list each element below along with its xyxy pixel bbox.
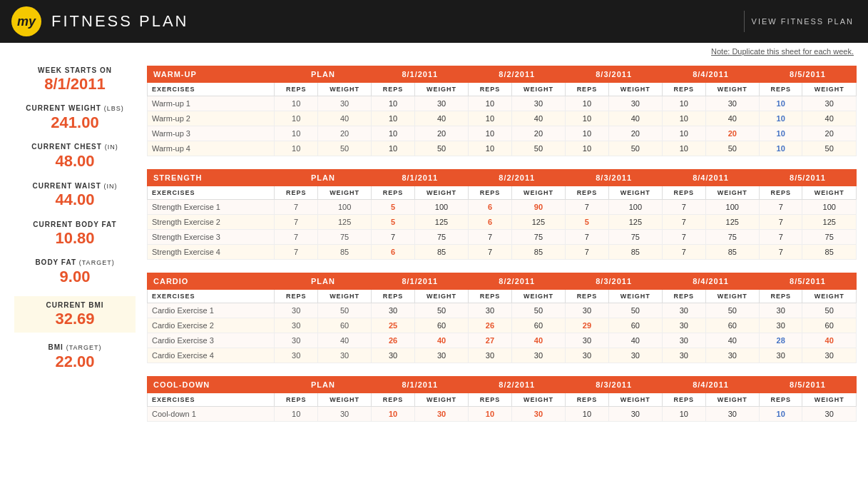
section-plan-header-cooldown: PLAN (275, 377, 372, 393)
app-header: my FITNESS PLAN VIEW FITNESS PLAN (0, 0, 868, 43)
day-reps: 30 (469, 348, 511, 363)
plan-reps: 30 (275, 318, 317, 333)
section-date-cardio: 8/3/2011 (566, 273, 663, 290)
col-header-weight: WEIGHT (414, 83, 469, 96)
col-header-reps: REPS (566, 83, 608, 96)
section-date-cardio: 8/1/2011 (372, 273, 469, 290)
day-reps: 10 (372, 96, 414, 111)
exercise-name: Cardio Exercise 2 (148, 318, 275, 333)
col-header-weight: WEIGHT (802, 290, 857, 303)
day-reps: 7 (566, 230, 608, 245)
day-weight: 40 (511, 333, 566, 348)
plan-weight: 30 (317, 407, 372, 422)
section-date-cooldown: 8/4/2011 (663, 377, 760, 393)
plan-reps: 7 (275, 245, 317, 260)
day-reps: 10 (469, 111, 511, 126)
section-date-warmup: 8/1/2011 (372, 66, 469, 83)
plan-weight: 50 (317, 141, 372, 156)
exercise-name: Cardio Exercise 4 (148, 348, 275, 363)
week-starts-stat: WEEK STARTS ON 8/1/2011 (14, 66, 136, 93)
bodyfat-target-label: BODY FAT (TARGET) (14, 258, 136, 268)
current-chest-stat: CURRENT CHEST (IN) 48.00 (14, 142, 136, 171)
day-reps: 30 (566, 333, 608, 348)
section-date-cooldown: 8/1/2011 (372, 377, 469, 393)
day-weight: 50 (802, 303, 857, 318)
col-header-weight: WEIGHT (608, 186, 663, 200)
day-weight: 100 (414, 200, 469, 215)
day-weight: 60 (414, 318, 469, 333)
section-title-warmup: WARM-UP (148, 66, 275, 83)
day-weight: 30 (511, 348, 566, 363)
day-reps: 10 (372, 111, 414, 126)
day-weight: 20 (608, 126, 663, 141)
col-header-plan-reps: REPS (275, 186, 317, 200)
day-reps: 10 (760, 111, 802, 126)
day-weight: 125 (414, 215, 469, 230)
table-row: Cardio Exercise 230602560266029603060306… (148, 318, 857, 333)
day-reps: 30 (469, 303, 511, 318)
bodyfat-target-value: 9.00 (14, 268, 136, 286)
current-weight-stat: CURRENT WEIGHT (LBS) 241.00 (14, 103, 136, 132)
day-weight: 75 (511, 230, 566, 245)
day-reps: 30 (663, 348, 705, 363)
week-starts-value: 8/1/2011 (14, 75, 136, 93)
day-weight: 20 (511, 126, 566, 141)
plan-reps: 10 (275, 111, 317, 126)
duplicate-link[interactable]: Duplicate this sheet for each week. (732, 47, 854, 56)
section-plan-header-warmup: PLAN (275, 66, 372, 83)
table-row: Cardio Exercise 330402640274030403040284… (148, 333, 857, 348)
exercise-name: Warm-up 1 (148, 96, 275, 111)
col-header-reps: REPS (566, 186, 608, 200)
table-row: Warm-up 2104010401040104010401040 (148, 111, 857, 126)
exercise-name: Strength Exercise 1 (148, 200, 275, 215)
day-reps: 10 (566, 111, 608, 126)
current-bodyfat-label: CURRENT BODY FAT (14, 220, 136, 229)
day-reps: 10 (566, 407, 608, 422)
col-header-plan-reps: REPS (275, 393, 317, 407)
logo: my (11, 6, 41, 36)
plan-weight: 20 (317, 126, 372, 141)
day-weight: 125 (608, 215, 663, 230)
col-header-weight: WEIGHT (608, 393, 663, 407)
col-header-reps: REPS (469, 393, 511, 407)
day-weight: 40 (705, 333, 760, 348)
day-weight: 50 (511, 303, 566, 318)
day-weight: 40 (802, 333, 857, 348)
plan-weight: 30 (317, 96, 372, 111)
day-reps: 10 (760, 126, 802, 141)
section-date-cooldown: 8/5/2011 (760, 377, 857, 393)
day-weight: 60 (802, 318, 857, 333)
section-date-strength: 8/3/2011 (566, 170, 663, 186)
col-header-weight: WEIGHT (511, 393, 566, 407)
col-header-weight: WEIGHT (511, 83, 566, 96)
day-weight: 30 (705, 348, 760, 363)
col-header-exercises: EXERCISES (148, 290, 275, 303)
col-header-weight: WEIGHT (705, 290, 760, 303)
view-fitness-plan-link[interactable]: VIEW FITNESS PLAN (752, 17, 854, 26)
current-waist-stat: CURRENT WAIST (IN) 44.00 (14, 181, 136, 210)
exercise-name: Warm-up 4 (148, 141, 275, 156)
plan-weight: 125 (317, 215, 372, 230)
day-reps: 30 (663, 318, 705, 333)
day-weight: 50 (511, 141, 566, 156)
day-reps: 10 (469, 126, 511, 141)
col-header-reps: REPS (566, 393, 608, 407)
col-header-plan-reps: REPS (275, 290, 317, 303)
day-reps: 30 (663, 303, 705, 318)
main-layout: WEEK STARTS ON 8/1/2011 CURRENT WEIGHT (… (0, 59, 868, 429)
day-weight: 50 (608, 303, 663, 318)
col-header-weight: WEIGHT (705, 83, 760, 96)
plan-reps: 10 (275, 126, 317, 141)
current-waist-value: 44.00 (14, 191, 136, 209)
section-table-strength: STRENGTHPLAN8/1/20118/2/20118/3/20118/4/… (147, 169, 857, 260)
col-header-reps: REPS (469, 290, 511, 303)
sidebar: WEEK STARTS ON 8/1/2011 CURRENT WEIGHT (… (7, 59, 143, 422)
day-reps: 6 (469, 200, 511, 215)
col-header-reps: REPS (372, 186, 414, 200)
day-weight: 75 (608, 230, 663, 245)
section-date-cooldown: 8/3/2011 (566, 377, 663, 393)
day-reps: 10 (663, 126, 705, 141)
day-reps: 10 (469, 96, 511, 111)
day-reps: 7 (760, 200, 802, 215)
section-date-warmup: 8/3/2011 (566, 66, 663, 83)
